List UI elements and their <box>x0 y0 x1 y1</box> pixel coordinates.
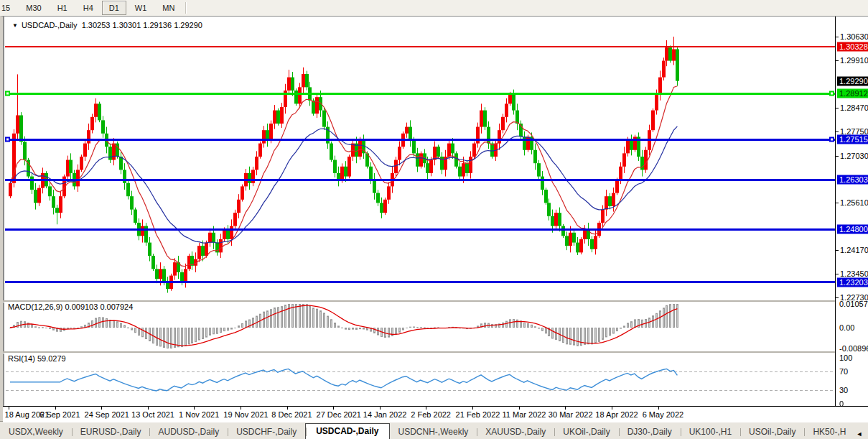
symbol-tab-dj30-daily[interactable]: DJ30-,Daily <box>619 425 681 439</box>
price-badge-1.23203: 1.23203 <box>837 277 868 287</box>
date-label: 19 Nov 2021 <box>223 410 268 419</box>
date-label: 6 Sep 2021 <box>39 410 80 419</box>
chart-symbol-label: USDCAD-,Daily <box>22 21 78 29</box>
symbol-tab-usdx-weekly[interactable]: USDX,Weekly <box>0 425 72 439</box>
date-tickmark <box>55 407 56 410</box>
date-label: 2 Feb 2022 <box>411 410 451 419</box>
rsi-axis-tick: 30 <box>839 386 848 394</box>
price-axis-tick: 1.24170 <box>840 246 868 254</box>
price-axis-tickmark <box>836 108 839 108</box>
date-label: 6 May 2022 <box>643 410 683 419</box>
price-axis-tick: 1.28470 <box>840 103 868 112</box>
date-label: 21 Feb 2022 <box>456 410 500 419</box>
price-axis-tickmark <box>836 203 839 203</box>
date-tickmark <box>658 407 659 410</box>
date-label: 14 Jan 2022 <box>363 410 407 419</box>
date-label: 8 Dec 2021 <box>271 410 312 419</box>
date-axis[interactable]: 18 Aug 20216 Sep 202124 Sep 202113 Oct 2… <box>3 406 868 422</box>
line-drag-handle[interactable] <box>5 137 10 142</box>
timeframe-button-mn[interactable]: MN <box>155 1 182 15</box>
price-badge-1.28912: 1.28912 <box>837 89 868 98</box>
symbol-tab-hk50-h[interactable]: HK50-,H <box>804 425 854 439</box>
price-axis-tickmark <box>836 274 839 274</box>
date-label: 18 Apr 2022 <box>595 410 638 419</box>
price-axis-tickmark <box>836 37 839 37</box>
date-tickmark <box>519 407 520 410</box>
macd-axis-tick: 0.010578 <box>839 300 868 308</box>
symbol-tab-usdcad-daily[interactable]: USDCAD-,Daily <box>305 423 389 439</box>
price-axis-tick: 1.27030 <box>840 152 868 160</box>
date-tickmark <box>287 407 288 410</box>
price-axis-tickmark <box>836 297 839 298</box>
date-tickmark <box>565 407 566 410</box>
symbol-tab-usdcnh-weekly[interactable]: USDCNH-,Weekly <box>390 425 477 439</box>
timeframe-toolbar: 15M30H1H4D1W1MN <box>0 0 868 17</box>
price-axis-tick: 1.30630 <box>840 32 868 41</box>
hline-1.23203[interactable] <box>5 281 835 283</box>
line-drag-handle[interactable] <box>829 91 834 96</box>
date-tickmark <box>101 407 102 410</box>
price-badge-1.29290: 1.29290 <box>837 76 868 86</box>
hline-1.30328[interactable] <box>5 46 835 47</box>
rsi-axis-tick: 100 <box>839 353 852 362</box>
line-drag-handle[interactable] <box>829 137 834 142</box>
symbol-tab-uk100-h1[interactable]: UK100-,H1 <box>681 425 740 439</box>
price-badge-1.24800: 1.24800 <box>837 225 868 234</box>
symbol-tab-bar: USDX,WeeklyEURUSD-,DailyAUDUSD-,DailyUSD… <box>0 421 868 439</box>
timeframe-button-h1[interactable]: H1 <box>50 1 75 15</box>
date-label: 30 Mar 2022 <box>549 410 593 419</box>
symbol-tab-xauusd-daily[interactable]: XAUUSD-,Daily <box>477 425 554 439</box>
chart-window: ▼USDCAD-,Daily 1.30253 1.30301 1.29136 1… <box>0 16 868 421</box>
date-tickmark <box>148 407 149 410</box>
date-tickmark <box>333 407 334 410</box>
price-axis-tickmark <box>836 250 839 251</box>
hline-1.24800[interactable] <box>5 228 835 231</box>
price-axis-tickmark <box>836 131 839 132</box>
symbol-tab-eurusd-daily[interactable]: EURUSD-,Daily <box>72 425 150 439</box>
timeframe-button-h4[interactable]: H4 <box>76 1 101 15</box>
date-tickmark <box>426 407 426 410</box>
date-label: 13 Oct 2021 <box>131 410 174 419</box>
price-axis-tickmark <box>836 156 839 157</box>
macd-axis-tick: -0.00896 <box>839 344 868 353</box>
timeframe-button-15[interactable]: 15 <box>0 1 17 15</box>
symbol-tab-audusd-daily[interactable]: AUDUSD-,Daily <box>149 425 228 439</box>
timeframe-button-w1[interactable]: W1 <box>128 1 154 15</box>
price-axis-tick: 1.25610 <box>840 198 868 207</box>
hline-1.26303[interactable] <box>5 179 835 181</box>
macd-axis-tick: 0.00 <box>839 323 854 332</box>
chart-title: ▼USDCAD-,Daily 1.30253 1.30301 1.29136 1… <box>10 21 205 29</box>
date-tickmark <box>612 407 612 410</box>
price-badge-1.26303: 1.26303 <box>837 175 868 185</box>
symbol-tab-ukoil-daily[interactable]: UKOil-,Daily <box>554 425 618 439</box>
date-label: 1 Nov 2021 <box>179 410 219 419</box>
rsi-panel-separator[interactable] <box>3 351 868 353</box>
date-tickmark <box>194 407 195 410</box>
toolbar-divider <box>185 2 187 14</box>
rsi-axis-tick: 70 <box>839 367 848 376</box>
date-label: 27 Dec 2021 <box>317 410 361 419</box>
date-tickmark <box>472 407 473 410</box>
date-tickmark <box>380 407 381 410</box>
symbol-tab-usdchf-daily[interactable]: USDCHF-,Daily <box>228 425 305 439</box>
line-drag-handle[interactable] <box>5 91 10 96</box>
price-badge-1.30328: 1.30328 <box>837 42 868 51</box>
tab-scroll-left-button[interactable]: ◄ <box>856 430 862 438</box>
price-badge-1.27515: 1.27515 <box>837 135 868 144</box>
timeframe-button-m30[interactable]: M30 <box>19 1 48 15</box>
macd-label: MACD(12,26,9) 0.009103 0.007924 <box>6 302 135 311</box>
rsi-axis-tick: 0 <box>839 399 844 408</box>
symbol-tab-usoil-daily[interactable]: USOil-,Daily <box>740 425 804 439</box>
date-label: 11 Mar 2022 <box>503 410 546 419</box>
chart-ohlc-values: 1.30253 1.30301 1.29136 1.29290 <box>82 21 202 29</box>
chevron-down-icon: ▼ <box>12 22 18 29</box>
hline-1.27515[interactable] <box>5 139 835 141</box>
date-label: 24 Sep 2021 <box>85 410 129 419</box>
rsi-label: RSI(14) 59.0279 <box>6 354 68 363</box>
date-tickmark <box>241 407 241 410</box>
price-chart-canvas[interactable] <box>3 17 868 422</box>
price-axis-tick: 1.29910 <box>840 56 868 65</box>
timeframe-button-d1[interactable]: D1 <box>102 1 126 15</box>
hline-1.28912[interactable] <box>5 93 835 95</box>
price-axis-tickmark <box>836 60 839 61</box>
